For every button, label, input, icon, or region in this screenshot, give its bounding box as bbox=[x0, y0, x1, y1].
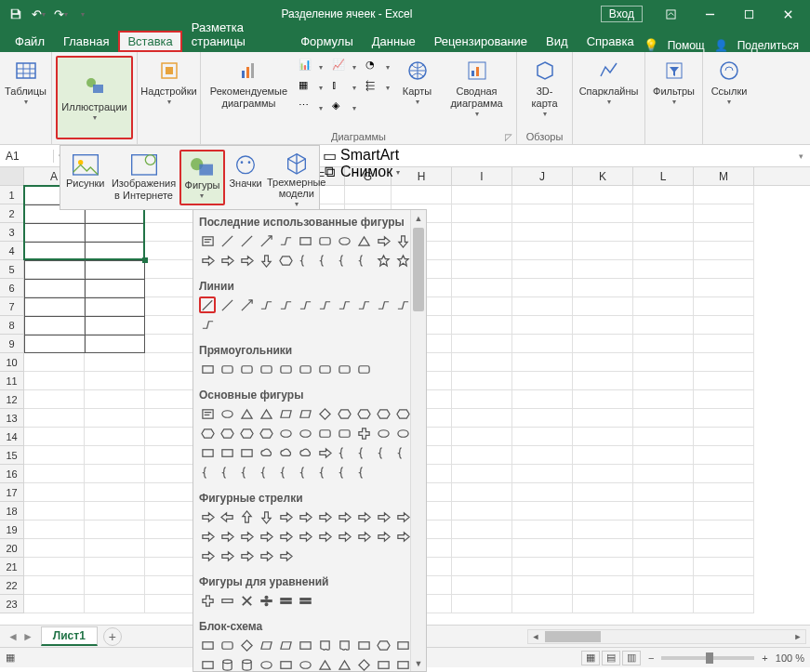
shape-item[interactable] bbox=[199, 405, 216, 422]
shape-item[interactable] bbox=[336, 444, 352, 461]
cell[interactable] bbox=[512, 520, 573, 539]
shape-item[interactable] bbox=[258, 425, 274, 441]
shape-item[interactable] bbox=[258, 637, 274, 653]
cell[interactable] bbox=[24, 409, 85, 428]
3dmodels-button[interactable]: Трехмерные модели ▾ bbox=[266, 150, 327, 205]
shape-item[interactable] bbox=[219, 232, 235, 249]
pictures-button[interactable]: Рисунки bbox=[62, 150, 109, 205]
ribbon-options-icon[interactable] bbox=[652, 1, 689, 27]
row-header[interactable]: 10 bbox=[0, 353, 24, 372]
cell[interactable] bbox=[24, 465, 85, 483]
cell[interactable] bbox=[452, 502, 512, 520]
cell[interactable] bbox=[633, 465, 694, 483]
shape-item[interactable] bbox=[394, 444, 411, 461]
shape-item[interactable] bbox=[297, 656, 313, 672]
row-header[interactable]: 15 bbox=[0, 446, 24, 465]
cell[interactable] bbox=[452, 409, 512, 428]
cell[interactable] bbox=[85, 465, 145, 483]
shape-item[interactable] bbox=[336, 464, 352, 481]
cell[interactable] bbox=[24, 520, 85, 539]
shape-item[interactable] bbox=[199, 296, 216, 313]
cell[interactable] bbox=[694, 576, 754, 595]
scroll-down-icon[interactable]: ▼ bbox=[411, 655, 426, 671]
cell[interactable] bbox=[633, 539, 694, 558]
shape-item[interactable] bbox=[316, 444, 333, 461]
shape-item[interactable] bbox=[258, 296, 274, 313]
cell[interactable] bbox=[24, 353, 85, 372]
cell[interactable] bbox=[633, 316, 694, 335]
filters:button[interactable]: Фильтры ▾ bbox=[649, 56, 698, 109]
chart-combo-button[interactable]: ⬱▾ bbox=[364, 78, 392, 97]
shape-item[interactable] bbox=[336, 405, 352, 422]
shape-item[interactable] bbox=[355, 444, 372, 461]
cell[interactable] bbox=[694, 242, 754, 260]
row-header[interactable]: 16 bbox=[0, 465, 24, 483]
row-header[interactable]: 22 bbox=[0, 576, 24, 595]
shape-item[interactable] bbox=[355, 296, 372, 313]
cell[interactable] bbox=[573, 409, 633, 428]
tab-view[interactable]: Вид bbox=[537, 31, 578, 52]
shape-item[interactable] bbox=[238, 252, 255, 269]
cell[interactable] bbox=[694, 223, 754, 242]
cell[interactable] bbox=[452, 353, 512, 372]
shape-item[interactable] bbox=[297, 405, 313, 422]
cell[interactable] bbox=[452, 390, 512, 409]
shape-item[interactable] bbox=[375, 252, 392, 269]
shape-item[interactable] bbox=[375, 508, 392, 525]
cell[interactable] bbox=[694, 279, 754, 297]
cell[interactable] bbox=[694, 520, 754, 539]
cell[interactable] bbox=[452, 520, 512, 539]
shape-item[interactable] bbox=[277, 252, 294, 269]
shape-item[interactable] bbox=[258, 528, 274, 545]
shape-item[interactable] bbox=[336, 528, 352, 545]
col-header[interactable]: I bbox=[452, 167, 512, 185]
cell[interactable] bbox=[694, 204, 754, 223]
cell[interactable] bbox=[633, 390, 694, 409]
tables-button[interactable]: Таблицы ▾ bbox=[1, 56, 50, 109]
shape-item[interactable] bbox=[219, 296, 235, 313]
cell[interactable] bbox=[512, 316, 573, 335]
cell[interactable] bbox=[24, 576, 85, 595]
shape-item[interactable] bbox=[375, 656, 392, 672]
cell[interactable] bbox=[512, 223, 573, 242]
shape-item[interactable] bbox=[355, 637, 372, 653]
shape-item[interactable] bbox=[297, 252, 313, 269]
cell[interactable] bbox=[573, 483, 633, 502]
zoom-level[interactable]: 100 % bbox=[776, 652, 804, 664]
recommended-charts-button[interactable]: Рекомендуемые диаграммы bbox=[207, 56, 291, 112]
row-header[interactable]: 3 bbox=[0, 223, 24, 242]
cell[interactable] bbox=[633, 483, 694, 502]
cell[interactable] bbox=[633, 297, 694, 316]
cell[interactable] bbox=[452, 297, 512, 316]
cell[interactable] bbox=[633, 502, 694, 520]
shape-item[interactable] bbox=[199, 547, 216, 564]
shape-item[interactable] bbox=[277, 296, 294, 313]
row-header[interactable]: 11 bbox=[0, 372, 24, 390]
shape-item[interactable] bbox=[394, 656, 411, 672]
cell[interactable] bbox=[85, 297, 145, 316]
cell[interactable] bbox=[573, 520, 633, 539]
col-header[interactable]: J bbox=[512, 167, 573, 185]
cell[interactable] bbox=[694, 595, 754, 613]
redo-icon[interactable]: ↷▾ bbox=[50, 4, 71, 24]
shape-item[interactable] bbox=[199, 425, 216, 441]
icons-button[interactable]: Значки bbox=[225, 150, 265, 205]
cell[interactable] bbox=[24, 539, 85, 558]
shape-item[interactable] bbox=[199, 637, 216, 653]
shape-item[interactable] bbox=[219, 656, 235, 672]
cell[interactable] bbox=[633, 186, 694, 204]
cell[interactable] bbox=[633, 428, 694, 446]
cell[interactable] bbox=[573, 204, 633, 223]
save-icon[interactable] bbox=[6, 4, 26, 24]
cell[interactable] bbox=[452, 558, 512, 576]
cell[interactable] bbox=[85, 595, 145, 613]
cell[interactable] bbox=[452, 576, 512, 595]
cell[interactable] bbox=[24, 558, 85, 576]
tab-review[interactable]: Рецензирование bbox=[425, 31, 537, 52]
shape-item[interactable] bbox=[336, 637, 352, 653]
row-header[interactable]: 2 bbox=[0, 204, 24, 223]
shape-item[interactable] bbox=[355, 656, 372, 672]
shape-item[interactable] bbox=[277, 464, 294, 481]
shape-item[interactable] bbox=[336, 296, 352, 313]
cell[interactable] bbox=[694, 353, 754, 372]
